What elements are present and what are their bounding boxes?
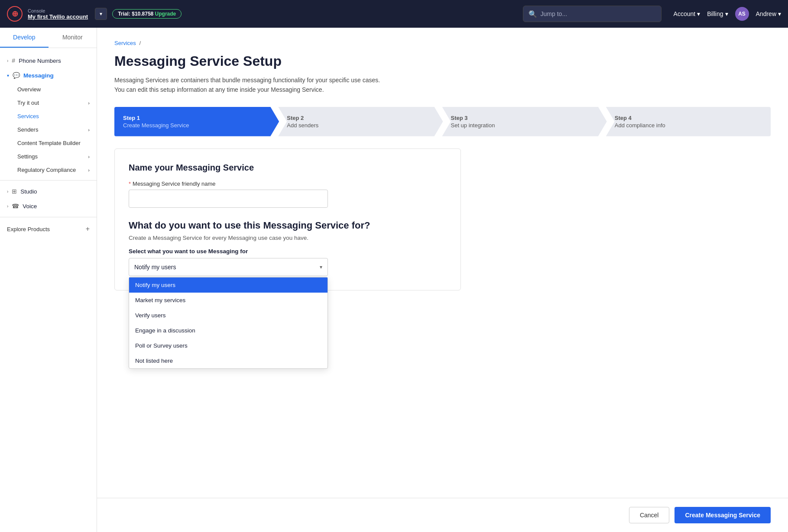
required-indicator: * [129,181,131,187]
sidebar-item-messaging[interactable]: ▾ 💬 Messaging [0,68,97,83]
dropdown-selected-value: Notify my users [134,264,176,271]
step-2-number: Step 2 [287,115,434,121]
page-description: Messaging Services are containers that b… [114,75,771,95]
twilio-logo-icon: ⊕ [7,6,23,22]
user-menu[interactable]: Andrew ▾ [756,10,781,17]
breadcrumb-services-link[interactable]: Services [114,40,136,46]
field-label: * Messaging Service friendly name [129,181,447,187]
avatar[interactable]: AS [735,7,749,21]
cancel-button[interactable]: Cancel [629,507,670,523]
sidebar-divider-2 [0,217,97,217]
studio-chevron-icon [7,189,8,194]
voice-chevron-icon [7,204,8,209]
sidebar-subitem-senders[interactable]: Senders› [0,123,97,136]
step-2: Step 2Add senders [278,107,443,136]
step-1: Step 1Create Messaging Service [114,107,279,136]
tab-develop[interactable]: Develop [0,28,49,48]
step-1-number: Step 1 [123,115,270,121]
account-chevron-icon: ▾ [697,10,700,17]
explore-plus-icon: + [86,225,90,233]
messaging-label: Messaging [23,72,54,79]
breadcrumb: Services / [114,40,771,46]
regulatory-compliance-chevron-icon: › [88,168,90,173]
studio-label: Studio [20,188,37,195]
senders-chevron-icon: › [88,127,90,132]
steps-bar: Step 1Create Messaging ServiceStep 2Add … [114,107,771,136]
tab-monitor[interactable]: Monitor [49,28,97,48]
page-layout: Develop Monitor # Phone Numbers ▾ 💬 Mess… [0,28,788,532]
account-name-link[interactable]: My first Twilio account [28,13,88,20]
trial-label: Trial: [118,11,130,17]
billing-menu[interactable]: Billing ▾ [707,10,728,17]
sidebar-divider [0,180,97,181]
form-card: Name your Messaging Service * Messaging … [114,148,461,290]
sidebar-subitem-overview[interactable]: Overview [0,83,97,96]
sidebar-subitem-services[interactable]: Services [0,110,97,123]
dropdown-arrow-icon: ▾ [320,264,322,270]
dropdown-option-verify[interactable]: Verify users [129,308,328,323]
form-section-title: Name your Messaging Service [129,163,447,173]
sidebar-subitem-content-template-builder[interactable]: Content Template Builder [0,136,97,150]
messaging-service-name-input[interactable] [129,190,328,208]
trial-badge[interactable]: Trial: $10.8758 Upgrade [112,9,182,19]
dropdown-trigger[interactable]: Notify my users ▾ [129,258,328,276]
sidebar-item-phone-numbers[interactable]: # Phone Numbers [0,53,97,68]
account-menu[interactable]: Account ▾ [674,10,700,17]
sidebar-subitem-regulatory-compliance[interactable]: Regulatory Compliance› [0,163,97,177]
page-desc-line1: Messaging Services are containers that b… [114,77,380,84]
sidebar-navigation: # Phone Numbers ▾ 💬 Messaging Overview T… [0,48,97,242]
use-case-title: What do you want to use this Messaging S… [129,220,447,231]
billing-chevron-icon: ▾ [725,10,728,17]
studio-icon: ⊞ [12,188,17,195]
create-messaging-service-button[interactable]: Create Messaging Service [675,507,771,523]
account-info: Console My first Twilio account [28,8,88,20]
dropdown-option-poll[interactable]: Poll or Survey users [129,338,328,353]
dropdown-option-market[interactable]: Market my services [129,293,328,308]
dropdown-option-engage[interactable]: Engage in a discussion [129,323,328,338]
search-input[interactable] [541,10,656,17]
dropdown-option-notify[interactable]: Notify my users [129,277,328,293]
upgrade-link[interactable]: Upgrade [155,11,176,17]
dropdown-option-not-listed[interactable]: Not listed here [129,353,328,368]
phone-numbers-chevron-icon [7,58,8,63]
trial-balance: $10.8758 [132,11,153,17]
page-desc-line2: You can edit this setup information at a… [114,86,324,93]
sidebar-tabs: Develop Monitor [0,28,97,48]
step-3-label: Set up integration [451,122,598,129]
settings-chevron-icon: › [88,154,90,159]
console-label: Console [28,8,88,13]
sidebar-subitem-settings[interactable]: Settings› [0,150,97,163]
footer-actions: Cancel Create Messaging Service [97,498,788,532]
explore-label: Explore Products [7,226,50,232]
topnav-right-section: Account ▾ Billing ▾ AS Andrew ▾ [674,7,781,21]
explore-products[interactable]: Explore Products + [0,221,97,237]
top-navigation: ⊕ Console My first Twilio account ▾ Tria… [0,0,788,28]
search-bar[interactable]: 🔍 [523,6,662,22]
account-dropdown-button[interactable]: ▾ [95,8,107,20]
voice-label: Voice [23,203,37,210]
use-case-dropdown: Notify my users ▾ Notify my usersMarket … [129,258,328,276]
phone-numbers-icon: # [12,57,15,64]
step-4: Step 4Add compliance info [606,107,771,136]
voice-icon: ☎ [12,203,19,210]
select-label: Select what you want to use Messaging fo… [129,248,447,255]
main-content: Services / Messaging Service Setup Messa… [97,28,788,532]
sidebar: Develop Monitor # Phone Numbers ▾ 💬 Mess… [0,28,97,532]
step-3: Step 3Set up integration [442,107,607,136]
sidebar-subitem-try-it-out[interactable]: Try it out› [0,96,97,110]
search-icon: 🔍 [529,10,537,18]
breadcrumb-separator: / [139,40,141,46]
messaging-icon: 💬 [13,72,20,79]
field-label-text: Messaging Service friendly name [133,181,215,187]
step-1-label: Create Messaging Service [123,122,270,129]
page-title: Messaging Service Setup [114,53,771,69]
step-3-number: Step 3 [451,115,598,121]
sidebar-item-voice[interactable]: ☎ Voice [0,199,97,213]
sidebar-item-studio[interactable]: ⊞ Studio [0,184,97,199]
user-chevron-icon: ▾ [778,10,781,17]
step-2-label: Add senders [287,122,434,129]
step-4-label: Add compliance info [615,122,762,129]
use-case-desc: Create a Messaging Service for every Mes… [129,235,447,241]
dropdown-menu: Notify my usersMarket my servicesVerify … [129,277,328,369]
try-it-out-chevron-icon: › [88,100,90,106]
